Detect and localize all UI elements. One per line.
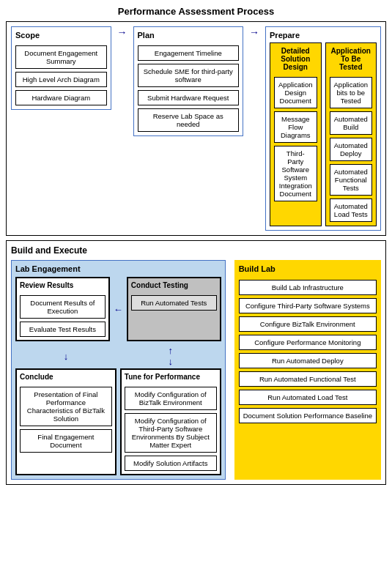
build-item-7: Run Automated Load Test: [239, 390, 377, 405]
bottom-title: Build and Execute: [11, 245, 381, 256]
tune-item-1: Modify Configuration of BizTalk Environm…: [125, 387, 217, 410]
plan-item-2: Schedule SME for third-party software: [138, 64, 240, 87]
app-item-2: Automated Build: [330, 111, 372, 135]
prepare-label: Prepare: [270, 31, 377, 40]
app-item-1: Application bits to be Tested: [330, 77, 372, 108]
design-item-2: Message Flow Diagrams: [274, 111, 317, 143]
build-item-5: Run Automated Deploy: [239, 353, 377, 368]
conclude-item-1: Presentation of Final Performance Charac…: [20, 387, 112, 426]
plan-item-3: Submit Hardware Request: [138, 90, 240, 105]
app-item-4: Automated Functional Tests: [330, 164, 372, 196]
conduct-item-1: Run Automated Tests: [131, 295, 217, 311]
build-item-1: Build Lab Infrastructure: [239, 280, 377, 295]
detailed-design-group: Detailed Solution Design Application Des…: [270, 42, 321, 226]
conclude-title: Conclude: [20, 373, 112, 381]
app-item-5: Automated Load Tests: [330, 198, 372, 222]
build-item-3: Configure BizTalk Environment: [239, 316, 377, 332]
review-results-box: Review Results Document Results of Execu…: [15, 277, 110, 341]
scope-item-2: High Level Arch Diagram: [15, 72, 107, 87]
tune-item-2: Modify Configuration of Third-Party Soft…: [125, 413, 217, 453]
conclude-item-2: Final Engagement Document: [20, 429, 112, 453]
design-item-1: Application Design Document: [274, 77, 317, 108]
plan-item-4: Reserve Lab Space as needed: [138, 108, 240, 132]
app-tested-group: Application To Be Tested Application bit…: [325, 42, 377, 226]
lab-engagement-title: Lab Engagement: [15, 264, 221, 273]
lab-engagement: Lab Engagement Review Results Document R…: [11, 260, 226, 480]
conduct-testing-box: Conduct Testing Run Automated Tests: [127, 277, 221, 341]
build-item-6: Run Automated Functional Test: [239, 371, 377, 387]
arrow-conduct-down: ↓: [168, 356, 173, 367]
build-lab-column: Build Lab Build Lab Infrastructure Confi…: [234, 260, 381, 480]
design-item-3: Third-Party Software System Integration …: [274, 146, 317, 201]
plan-column: Plan Engagement Timeline Schedule SME fo…: [133, 26, 244, 136]
app-tested-title: Application To Be Tested: [330, 47, 372, 71]
detailed-design-title: Detailed Solution Design: [274, 47, 317, 71]
scope-item-1: Document Engagement Summary: [15, 45, 107, 69]
app-item-3: Automated Deploy: [330, 138, 372, 161]
main-title: Performance Assessment Process: [6, 6, 386, 17]
review-item-2: Evaluate Test Results: [20, 322, 106, 337]
conclude-box: Conclude Presentation of Final Performan…: [15, 368, 117, 475]
scope-label: Scope: [15, 31, 107, 40]
bottom-section: Build and Execute Lab Engagement Review …: [6, 240, 386, 485]
plan-item-1: Engagement Timeline: [138, 45, 240, 61]
review-results-title: Review Results: [20, 281, 106, 289]
scope-column: Scope Document Engagement Summary High L…: [11, 26, 111, 110]
prepare-column: Prepare Detailed Solution Design Applica…: [265, 26, 381, 231]
scope-item-3: Hardware Diagram: [15, 90, 107, 105]
review-item-1: Document Results of Execution: [20, 295, 106, 319]
conduct-testing-title: Conduct Testing: [131, 281, 217, 289]
arrow-plan-to-prepare: →: [248, 26, 261, 38]
top-section: Scope Document Engagement Summary High L…: [6, 21, 386, 236]
arrow-conduct-to-review: ←: [114, 277, 123, 341]
tune-item-3: Modify Solution Artifacts: [125, 456, 217, 471]
build-item-2: Configure Third-Party Software Systems: [239, 298, 377, 313]
build-lab-title: Build Lab: [239, 264, 377, 273]
plan-label: Plan: [138, 31, 240, 40]
tune-title: Tune for Performance: [125, 373, 217, 381]
arrow-conduct-up: ↑: [168, 345, 173, 356]
tune-performance-box: Tune for Performance Modify Configuratio…: [120, 368, 221, 475]
arrow-scope-to-plan: →: [116, 26, 129, 38]
arrow-review-down: ↓: [64, 351, 69, 362]
build-item-4: Configure Performance Monitoring: [239, 335, 377, 350]
build-item-8: Document Solution Performance Baseline: [239, 408, 377, 423]
